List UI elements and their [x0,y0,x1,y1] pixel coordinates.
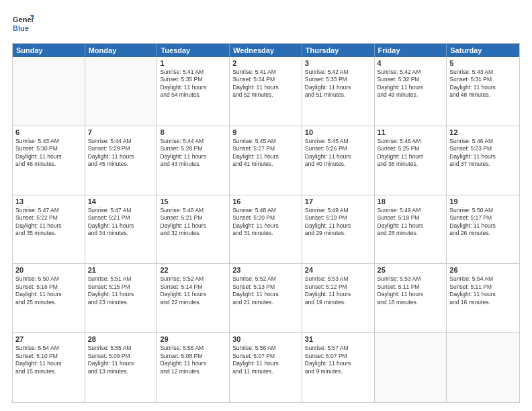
day-info: Sunrise: 5:54 AM Sunset: 5:11 PM Dayligh… [449,275,517,306]
day-cell-11: 11Sunrise: 5:46 AM Sunset: 5:25 PM Dayli… [375,126,447,195]
day-number: 6 [15,128,82,136]
weekday-header-wednesday: Wednesday [230,44,302,57]
day-cell-25: 25Sunrise: 5:53 AM Sunset: 5:11 PM Dayli… [375,264,447,332]
day-number: 23 [232,266,299,274]
day-cell-5: 5Sunrise: 5:43 AM Sunset: 5:31 PM Daylig… [447,57,519,126]
weekday-header-saturday: Saturday [447,44,519,57]
logo: General Blue [12,12,34,36]
svg-text:Blue: Blue [13,24,29,32]
day-info: Sunrise: 5:43 AM Sunset: 5:31 PM Dayligh… [449,68,517,99]
calendar-body: 1Sunrise: 5:41 AM Sunset: 5:35 PM Daylig… [13,57,519,402]
day-cell-30: 30Sunrise: 5:56 AM Sunset: 5:07 PM Dayli… [230,333,302,402]
day-number: 19 [449,197,517,205]
day-number: 8 [160,128,226,136]
week-row-3: 13Sunrise: 5:47 AM Sunset: 5:22 PM Dayli… [13,195,519,265]
day-number: 11 [378,128,444,136]
day-number: 9 [232,128,299,136]
weekday-header-sunday: Sunday [13,44,85,57]
day-number: 27 [15,335,82,343]
day-info: Sunrise: 5:44 AM Sunset: 5:29 PM Dayligh… [88,138,154,169]
day-cell-21: 21Sunrise: 5:51 AM Sunset: 5:15 PM Dayli… [85,264,158,332]
day-number: 28 [88,335,154,343]
day-number: 12 [449,128,517,136]
day-number: 16 [232,197,299,205]
day-info: Sunrise: 5:41 AM Sunset: 5:34 PM Dayligh… [232,68,299,99]
day-cell-2: 2Sunrise: 5:41 AM Sunset: 5:34 PM Daylig… [230,57,302,126]
day-cell-14: 14Sunrise: 5:47 AM Sunset: 5:21 PM Dayli… [85,195,158,264]
day-number: 24 [305,266,371,274]
page-header: General Blue [12,12,520,36]
calendar-header: SundayMondayTuesdayWednesdayThursdayFrid… [13,44,519,57]
day-info: Sunrise: 5:41 AM Sunset: 5:35 PM Dayligh… [160,68,226,99]
day-info: Sunrise: 5:48 AM Sunset: 5:21 PM Dayligh… [160,207,226,238]
day-cell-26: 26Sunrise: 5:54 AM Sunset: 5:11 PM Dayli… [447,264,519,332]
day-info: Sunrise: 5:43 AM Sunset: 5:30 PM Dayligh… [15,138,82,169]
day-number: 29 [160,335,226,343]
weekday-header-friday: Friday [375,44,447,57]
day-number: 5 [449,59,517,67]
day-number: 31 [305,335,371,343]
day-cell-13: 13Sunrise: 5:47 AM Sunset: 5:22 PM Dayli… [13,195,85,264]
weekday-header-monday: Monday [85,44,158,57]
day-info: Sunrise: 5:48 AM Sunset: 5:20 PM Dayligh… [232,207,299,238]
day-number: 13 [15,197,82,205]
day-number: 2 [232,59,299,67]
day-info: Sunrise: 5:51 AM Sunset: 5:15 PM Dayligh… [88,275,154,306]
day-number: 1 [160,59,226,67]
day-info: Sunrise: 5:54 AM Sunset: 5:10 PM Dayligh… [15,345,82,375]
day-number: 17 [305,197,371,205]
day-info: Sunrise: 5:53 AM Sunset: 5:11 PM Dayligh… [378,275,444,306]
week-row-1: 1Sunrise: 5:41 AM Sunset: 5:35 PM Daylig… [13,57,519,126]
day-cell-12: 12Sunrise: 5:46 AM Sunset: 5:23 PM Dayli… [447,126,519,195]
day-info: Sunrise: 5:45 AM Sunset: 5:27 PM Dayligh… [232,138,299,169]
day-number: 20 [15,266,82,274]
day-info: Sunrise: 5:55 AM Sunset: 5:09 PM Dayligh… [88,345,154,375]
day-cell-3: 3Sunrise: 5:42 AM Sunset: 5:33 PM Daylig… [302,57,375,126]
day-number: 30 [232,335,299,343]
day-info: Sunrise: 5:50 AM Sunset: 5:16 PM Dayligh… [15,275,82,306]
day-cell-29: 29Sunrise: 5:56 AM Sunset: 5:08 PM Dayli… [157,333,230,402]
day-info: Sunrise: 5:52 AM Sunset: 5:14 PM Dayligh… [160,275,226,306]
empty-cell [447,333,519,402]
week-row-2: 6Sunrise: 5:43 AM Sunset: 5:30 PM Daylig… [13,126,519,195]
day-cell-15: 15Sunrise: 5:48 AM Sunset: 5:21 PM Dayli… [157,195,230,264]
weekday-header-tuesday: Tuesday [157,44,230,57]
day-info: Sunrise: 5:49 AM Sunset: 5:18 PM Dayligh… [378,207,444,238]
day-number: 10 [305,128,371,136]
day-number: 25 [378,266,444,274]
day-cell-16: 16Sunrise: 5:48 AM Sunset: 5:20 PM Dayli… [230,195,302,264]
day-cell-10: 10Sunrise: 5:45 AM Sunset: 5:26 PM Dayli… [302,126,375,195]
day-number: 15 [160,197,226,205]
day-cell-22: 22Sunrise: 5:52 AM Sunset: 5:14 PM Dayli… [157,264,230,332]
day-cell-20: 20Sunrise: 5:50 AM Sunset: 5:16 PM Dayli… [13,264,85,332]
day-cell-28: 28Sunrise: 5:55 AM Sunset: 5:09 PM Dayli… [85,333,158,402]
logo-icon: General Blue [12,12,34,36]
weekday-header-thursday: Thursday [302,44,375,57]
day-cell-19: 19Sunrise: 5:50 AM Sunset: 5:17 PM Dayli… [447,195,519,264]
day-info: Sunrise: 5:49 AM Sunset: 5:19 PM Dayligh… [305,207,371,238]
day-info: Sunrise: 5:47 AM Sunset: 5:21 PM Dayligh… [88,207,154,238]
day-number: 14 [88,197,154,205]
calendar: SundayMondayTuesdayWednesdayThursdayFrid… [12,43,520,403]
day-info: Sunrise: 5:57 AM Sunset: 5:07 PM Dayligh… [305,345,371,375]
day-info: Sunrise: 5:44 AM Sunset: 5:28 PM Dayligh… [160,138,226,169]
svg-text:General: General [13,15,34,24]
day-cell-17: 17Sunrise: 5:49 AM Sunset: 5:19 PM Dayli… [302,195,375,264]
day-info: Sunrise: 5:50 AM Sunset: 5:17 PM Dayligh… [449,207,517,238]
day-cell-7: 7Sunrise: 5:44 AM Sunset: 5:29 PM Daylig… [85,126,158,195]
day-cell-6: 6Sunrise: 5:43 AM Sunset: 5:30 PM Daylig… [13,126,85,195]
day-info: Sunrise: 5:46 AM Sunset: 5:23 PM Dayligh… [449,138,517,169]
day-info: Sunrise: 5:42 AM Sunset: 5:32 PM Dayligh… [378,68,444,99]
day-cell-24: 24Sunrise: 5:53 AM Sunset: 5:12 PM Dayli… [302,264,375,332]
week-row-5: 27Sunrise: 5:54 AM Sunset: 5:10 PM Dayli… [13,333,519,402]
day-cell-9: 9Sunrise: 5:45 AM Sunset: 5:27 PM Daylig… [230,126,302,195]
day-info: Sunrise: 5:56 AM Sunset: 5:08 PM Dayligh… [160,345,226,375]
day-cell-31: 31Sunrise: 5:57 AM Sunset: 5:07 PM Dayli… [302,333,375,402]
day-info: Sunrise: 5:53 AM Sunset: 5:12 PM Dayligh… [305,275,371,306]
day-info: Sunrise: 5:56 AM Sunset: 5:07 PM Dayligh… [232,345,299,375]
day-info: Sunrise: 5:46 AM Sunset: 5:25 PM Dayligh… [378,138,444,169]
day-info: Sunrise: 5:47 AM Sunset: 5:22 PM Dayligh… [15,207,82,238]
day-number: 18 [378,197,444,205]
day-number: 3 [305,59,371,67]
day-info: Sunrise: 5:45 AM Sunset: 5:26 PM Dayligh… [305,138,371,169]
